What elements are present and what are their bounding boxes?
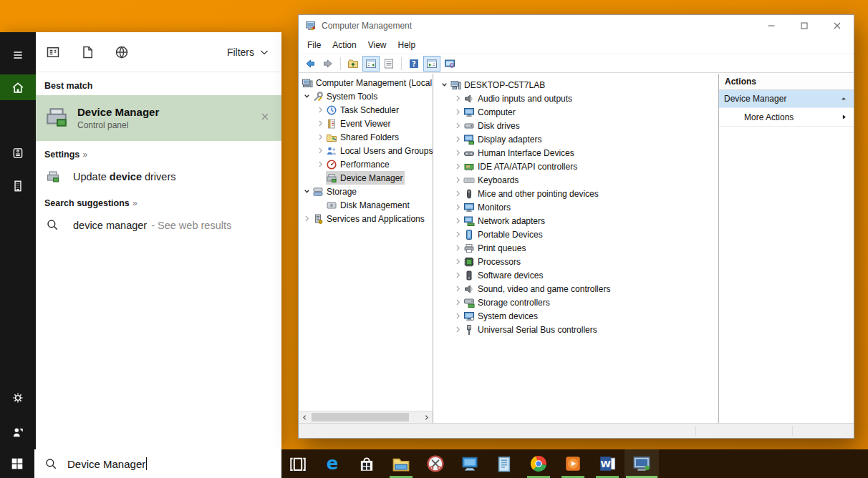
tree-item-local-users-and-groups[interactable]: Local Users and Groups [299,144,433,157]
chevron-collapsed-icon[interactable] [453,270,463,281]
tree-item-system-devices[interactable]: System devices [433,309,718,323]
chevron-collapsed-icon[interactable] [453,297,463,308]
chevron-collapsed-icon[interactable] [453,134,463,145]
chevron-collapsed-icon[interactable] [453,188,463,200]
chevron-collapsed-icon[interactable] [453,311,463,322]
menu-action[interactable]: Action [327,38,362,52]
tree-item-universal-serial-bus-controllers[interactable]: Universal Serial Bus controllers [433,323,718,336]
tree-item-computer[interactable]: Computer [433,105,718,119]
tree-item-processors[interactable]: Processors [433,255,718,268]
chevron-collapsed-icon[interactable] [315,159,326,170]
chevron-collapsed-icon[interactable] [453,147,463,159]
taskbar-word-icon[interactable]: W [590,449,625,478]
documents-filter-icon[interactable] [80,45,95,59]
taskbar-chrome-icon[interactable] [521,449,556,478]
window-titlebar[interactable]: Computer Management [299,15,854,36]
properties-button[interactable] [380,56,397,72]
help-button[interactable]: ? [405,56,423,72]
sidebar-settings-gear-icon[interactable] [0,385,36,411]
sidebar-hamburger-menu-icon[interactable] [0,42,36,68]
chevron-collapsed-icon[interactable] [453,161,463,172]
tree-item-network-adapters[interactable]: Network adapters [433,214,718,228]
chevron-collapsed-icon[interactable] [453,93,463,104]
scrollbar-thumb[interactable] [312,413,409,421]
tree-item-computer-management-local[interactable]: Computer Management (Local [299,76,433,89]
filters-dropdown[interactable]: Filters [227,47,270,58]
minimize-button[interactable] [755,15,788,36]
chevron-collapsed-icon[interactable] [315,145,326,157]
best-match-result[interactable]: Device Manager Control panel [36,95,281,141]
tree-item-services-and-applications[interactable]: Services and Applications [299,212,433,225]
maximize-button[interactable] [788,15,821,36]
chevron-collapsed-icon[interactable] [453,107,463,118]
apps-filter-icon[interactable] [46,45,60,59]
taskbar-search-box[interactable]: Device Manager [34,449,281,478]
section-expand-chevron[interactable]: » [132,198,138,208]
sidebar-feedback-icon[interactable] [0,419,36,445]
taskbar-notepad-icon[interactable] [487,449,521,478]
nav-back-button[interactable] [302,56,319,72]
tree-item-print-queues[interactable]: Print queues [433,241,718,255]
tree-item-disk-drives[interactable]: Disk drives [433,119,718,132]
tree-item-ide-ata-atapi-controllers[interactable]: IDE ATA/ATAPI controllers [433,160,718,173]
chevron-expanded-icon[interactable] [439,79,450,91]
chevron-collapsed-icon[interactable] [453,120,463,132]
collapse-section-icon[interactable] [839,94,849,104]
tree-item-human-interface-devices[interactable]: Human Interface Devices [433,146,718,160]
close-button[interactable] [821,15,854,36]
chevron-collapsed-icon[interactable] [453,243,463,254]
tree-item-event-viewer[interactable]: Event Viewer [299,117,433,130]
tree-item-display-adapters[interactable]: Display adapters [433,132,718,146]
sidebar-notebook-icon[interactable] [0,140,36,166]
tree-item-device-manager[interactable]: Device Manager [299,171,433,185]
menu-view[interactable]: View [362,38,392,52]
action-more-actions[interactable]: More Actions [719,108,854,127]
nav-forward-button[interactable] [319,56,337,72]
chevron-collapsed-icon[interactable] [453,256,463,268]
search-input-value[interactable]: Device Manager [67,458,145,470]
chevron-expanded-icon[interactable] [302,91,312,102]
taskbar-store-icon[interactable] [349,449,384,478]
console-tree-toggle-button[interactable] [362,56,380,72]
chevron-collapsed-icon[interactable] [453,283,463,295]
tree-item-audio-inputs-and-outputs[interactable]: Audio inputs and outputs [433,92,718,105]
tree-item-disk-management[interactable]: Disk Management [299,198,433,212]
taskbar-pc-icon[interactable] [453,449,487,478]
chevron-collapsed-icon[interactable] [453,215,463,227]
settings-result-update-device-drivers[interactable]: Update device drivers [36,164,281,190]
horizontal-scrollbar[interactable] [299,411,433,423]
tree-item-software-devices[interactable]: Software devices [433,268,718,282]
chevron-collapsed-icon[interactable] [453,324,463,336]
chevron-expanded-icon[interactable] [302,186,312,197]
chevron-collapsed-icon[interactable] [453,175,463,186]
web-filter-icon[interactable] [115,45,129,59]
tree-item-shared-folders[interactable]: Shared Folders [299,130,433,144]
tree-item-desktop-c5t7lab[interactable]: DESKTOP-C5T7LAB [433,78,718,92]
tree-item-storage[interactable]: Storage [299,185,433,198]
taskbar-computer-management-icon[interactable] [625,449,659,478]
tree-item-sound-video-and-game-controllers[interactable]: Sound, video and game controllers [433,282,718,296]
menu-file[interactable]: File [302,38,327,52]
section-expand-chevron[interactable]: » [82,150,87,160]
action-pane-toggle-button[interactable] [423,56,440,72]
sidebar-building-icon[interactable] [0,173,36,199]
chevron-collapsed-icon[interactable] [453,202,463,213]
taskbar-file-explorer-icon[interactable] [384,449,418,478]
search-suggestion-device-manager[interactable]: device manager- See web results [36,213,281,238]
tree-item-system-tools[interactable]: System Tools [299,89,433,103]
up-level-folder-button[interactable] [344,56,362,72]
chevron-collapsed-icon[interactable] [315,104,326,116]
popup-window-button[interactable] [441,56,458,72]
scroll-right-icon[interactable] [420,411,433,423]
menu-help[interactable]: Help [392,38,422,52]
dismiss-result-icon[interactable] [259,110,274,126]
taskbar-snipping-tool-icon[interactable] [418,449,453,478]
taskbar-task-view-icon[interactable] [281,449,315,478]
tree-item-storage-controllers[interactable]: Storage controllers [433,296,718,309]
start-button[interactable] [0,449,34,478]
chevron-collapsed-icon[interactable] [315,118,326,130]
scroll-left-icon[interactable] [299,411,311,423]
sidebar-home-icon[interactable] [0,74,36,100]
tree-item-monitors[interactable]: Monitors [433,200,718,214]
actions-section-device-manager[interactable]: Device Manager [719,90,854,108]
